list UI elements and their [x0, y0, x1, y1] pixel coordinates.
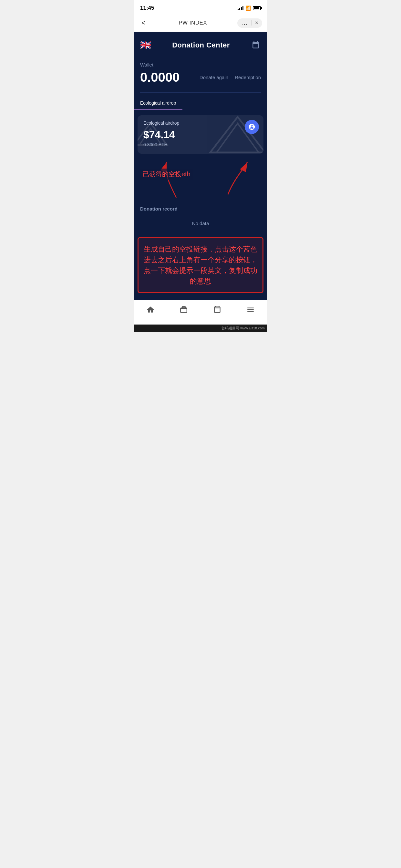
svg-point-7: [251, 128, 252, 129]
red-box-annotation: 生成自己的空投链接，点击这个蓝色 进去之后右上角有一个分享的按钮，点一下就会提示…: [137, 237, 264, 293]
wallet-divider: [140, 92, 261, 93]
donation-record: Donation record No data: [134, 201, 267, 234]
bottom-nav-calendar[interactable]: [208, 304, 227, 315]
bottom-nav: [134, 300, 267, 324]
wifi-icon: 📶: [245, 5, 251, 11]
redemption-button[interactable]: Redemption: [235, 74, 261, 80]
briefcase-icon: [179, 305, 188, 314]
airdrop-section: Ecological airdrop $74.14 0.3000 ETH: [134, 115, 267, 201]
wallet-row: 0.0000 Donate again Redemption: [140, 70, 261, 85]
close-button[interactable]: ×: [255, 20, 258, 27]
battery-icon: [253, 6, 261, 10]
more-options-button[interactable]: ...: [241, 20, 248, 27]
wallet-section: Wallet 0.0000 Donate again Redemption: [134, 56, 267, 88]
back-button[interactable]: <: [139, 18, 148, 28]
wallet-amount: 0.0000: [140, 70, 180, 85]
status-icons: 📶: [238, 5, 261, 11]
wallet-actions: Donate again Redemption: [199, 74, 261, 80]
spacer: [134, 293, 267, 300]
no-data-text: No data: [140, 215, 261, 231]
language-flag[interactable]: 🇬🇧: [140, 40, 151, 51]
menu-icon: [246, 305, 255, 314]
status-bar: 11:45 📶: [134, 0, 267, 14]
airdrop-card: Ecological airdrop $74.14 0.3000 ETH: [137, 115, 264, 154]
nav-title: PW INDEX: [179, 20, 207, 26]
annotation-arrow: [137, 159, 260, 201]
donation-record-label: Donation record: [140, 206, 261, 212]
donate-again-button[interactable]: Donate again: [199, 74, 228, 80]
bg-logo-left: [137, 121, 170, 148]
bottom-nav-briefcase[interactable]: [174, 304, 193, 315]
cn-annotation-text: 已获得的空投eth: [140, 168, 193, 180]
tabs-row: Ecological airdrop: [134, 97, 267, 110]
tab-second[interactable]: [182, 97, 195, 110]
header-section: 🇬🇧 Donation Center: [134, 32, 267, 56]
wallet-label: Wallet: [140, 62, 261, 67]
nav-actions: ... ×: [237, 19, 262, 28]
status-time: 11:45: [140, 5, 154, 11]
home-icon: [146, 305, 155, 314]
nav-bar: < PW INDEX ... ×: [134, 14, 267, 32]
svg-marker-1: [140, 128, 162, 145]
page-title: Donation Center: [172, 41, 230, 50]
bottom-nav-menu[interactable]: [241, 304, 260, 315]
share-airdrop-button[interactable]: [245, 120, 259, 134]
calendar-nav-icon: [213, 305, 222, 314]
nav-divider: [251, 20, 251, 26]
signal-icon: [238, 6, 243, 10]
bottom-nav-home[interactable]: [141, 304, 160, 315]
main-content: 🇬🇧 Donation Center Wallet 0.0000 Donate …: [134, 32, 267, 300]
red-box-text: 生成自己的空投链接，点击这个蓝色 进去之后右上角有一个分享的按钮，点一下就会提示…: [144, 244, 257, 286]
site-label: 首码项目网 www.E318.com: [134, 324, 267, 332]
tab-ecological-airdrop[interactable]: Ecological airdrop: [134, 97, 182, 110]
calendar-button[interactable]: [251, 40, 261, 51]
arrow-annotation: 已获得的空投eth: [134, 159, 267, 201]
